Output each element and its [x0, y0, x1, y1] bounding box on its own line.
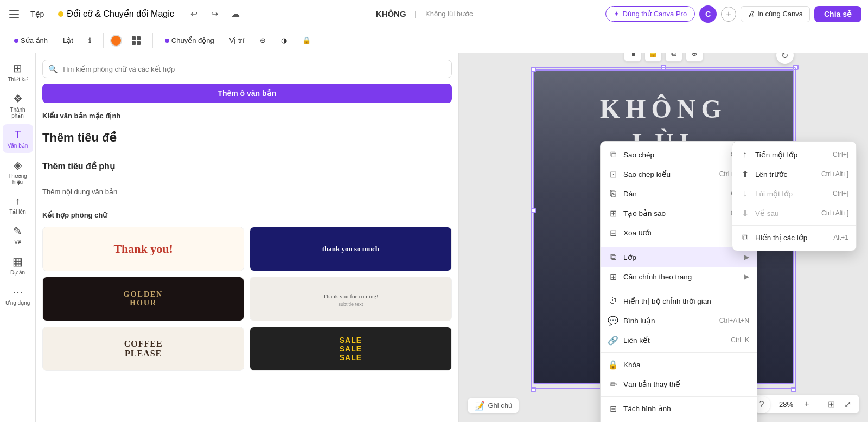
layer-icon: ⧉: [608, 252, 618, 262]
info-button[interactable]: ℹ: [83, 34, 97, 47]
ung-dung-label: Ứng dụng: [5, 300, 30, 306]
menu-alt-text-left: ✏ Văn bản thay thế: [608, 379, 680, 389]
sidebar-icons: ⊞ Thiết kế ❖ Thành phần T Văn bản ◈ Thươ…: [0, 53, 36, 422]
edit-label: Sửa ảnh: [21, 36, 48, 44]
add-collaborator-button[interactable]: +: [721, 7, 736, 22]
handle-mid-left[interactable]: [531, 208, 536, 213]
try-pro-button[interactable]: ✦ Dùng thử Canva Pro: [605, 6, 695, 22]
handle-bottom-right[interactable]: [791, 387, 796, 392]
menu-sep-4: [601, 396, 757, 397]
sub-back-one-left: ↓ Lùi một lớp: [740, 189, 793, 199]
sub-send-back-left: ⬇ Về sau: [740, 208, 779, 218]
font-combo-5[interactable]: COFFEE PLEASE: [42, 327, 244, 371]
handle-top-right[interactable]: [793, 65, 799, 70]
sidebar-item-du-an[interactable]: ▦ Dự án: [3, 251, 33, 280]
menu-alt-text[interactable]: ✏ Văn bản thay thế: [601, 374, 757, 394]
sub-show-layers[interactable]: ⧉ Hiển thị các lớp Alt+1: [732, 228, 856, 247]
sidebar-item-thanh-phan[interactable]: ❖ Thành phần: [3, 88, 33, 123]
sub-bring-front[interactable]: ⬆ Lên trước Ctrl+Alt+]: [732, 164, 856, 184]
menu-separate-image[interactable]: ⊟ Tách hình ảnh: [601, 399, 757, 418]
add-subheading-item[interactable]: Thêm tiêu đề phụ: [42, 156, 452, 177]
notes-button[interactable]: 📝 Ghi chú: [468, 398, 519, 413]
menu-link[interactable]: 🔗 Liên kết Ctrl+K: [601, 330, 757, 350]
font-combo-6[interactable]: SALE SALE SALE: [250, 327, 451, 371]
edit-image-button[interactable]: Sửa ảnh: [9, 34, 53, 47]
add-textbox-button[interactable]: Thêm ô văn bản: [42, 84, 452, 103]
toolbar-separator-2: [152, 33, 153, 48]
handle-top-left[interactable]: [531, 67, 536, 72]
resize-label: In cùng Canva: [757, 10, 803, 18]
sub-back-one: ↓ Lùi một lớp Ctrl+[: [732, 184, 856, 203]
menu-alt-text-label: Văn bản thay thế: [623, 380, 680, 388]
project-name[interactable]: Đổi cỡ & Chuyển đổi Magic: [53, 7, 179, 21]
ve-label: Vẽ: [14, 239, 21, 245]
show-layers-icon: ⧉: [740, 233, 750, 242]
sidebar-item-ung-dung[interactable]: ⋯ Ứng dụng: [3, 281, 33, 310]
sidebar-item-tai-len[interactable]: ↑ Tải lên: [3, 190, 33, 219]
sidebar-item-thuong-hieu[interactable]: ◈ Thương hiệu: [3, 154, 33, 189]
show-layers-shortcut: Alt+1: [833, 234, 848, 241]
menu-icon[interactable]: [7, 7, 22, 22]
animate-button[interactable]: Chuyển động: [159, 34, 220, 47]
add-body-item[interactable]: Thêm nội dung văn bản: [42, 182, 452, 201]
doc-title-full: Không lùi bước: [425, 10, 473, 18]
font-combo-3[interactable]: GOLDEN HOUR: [42, 277, 244, 321]
sidebar-item-van-ban[interactable]: T Văn bản: [3, 124, 33, 153]
sub-back-one-label: Lùi một lớp: [755, 189, 793, 198]
flip-button[interactable]: Lật: [58, 34, 79, 47]
menu-apply-page[interactable]: ⬛ Dùng màu cho trang: [601, 418, 757, 422]
font-combo-4[interactable]: Thank you for coming! subtitle text: [250, 277, 451, 321]
tai-len-icon: ↑: [15, 195, 21, 207]
redo-button[interactable]: ↪: [207, 6, 223, 22]
thuong-hieu-label: Thương hiệu: [5, 173, 31, 185]
fullscreen-button[interactable]: ⤢: [841, 398, 854, 411]
add-body-label: Thêm nội dung văn bản: [42, 188, 452, 196]
cloud-save-button[interactable]: ☁: [227, 6, 244, 22]
lock-canvas-button[interactable]: 🔒: [644, 53, 662, 62]
animate-label: Chuyển động: [171, 36, 214, 44]
alt-text-icon: ✏: [608, 379, 618, 389]
add-heading-item[interactable]: Thêm tiêu đề: [42, 125, 452, 150]
avatar-button[interactable]: C: [699, 5, 717, 23]
menu-align[interactable]: ⊞ Căn chỉnh theo trang ▶: [601, 267, 757, 286]
menu-delete-grid-left: ⊟ Xóa lưới: [608, 228, 652, 238]
menu-lock[interactable]: 🔒 Khóa: [601, 355, 757, 374]
duplicate-icon: ⊞: [608, 208, 618, 218]
zoom-in-button[interactable]: +: [800, 398, 813, 411]
menu-timer[interactable]: ⏱ Hiển thị bộ chỉnh thời gian: [601, 291, 757, 311]
sub-forward-one-label: Tiến một lớp: [755, 150, 797, 159]
more-options-button[interactable]: ⊕: [686, 53, 703, 62]
handle-bottom-left[interactable]: [531, 387, 536, 392]
panel-content: 🔍 Thêm ô văn bản Kiểu văn bản mặc định T…: [36, 53, 459, 422]
font-combos-grid: Thank you! thank you so much GOLDEN HOUR…: [42, 227, 452, 371]
position-button[interactable]: Vị trí: [224, 34, 250, 47]
opacity-icon-btn[interactable]: ◑: [276, 34, 292, 47]
font-combo-2[interactable]: thank you so much: [250, 227, 451, 271]
file-button[interactable]: Tệp: [26, 8, 48, 21]
back-one-icon: ↓: [740, 189, 750, 199]
sidebar-item-ve[interactable]: ✎ Vẽ: [3, 220, 33, 250]
target-icon-btn[interactable]: ⊕: [254, 34, 271, 47]
delete-button[interactable]: 🗑: [624, 53, 641, 62]
lock-icon-btn[interactable]: 🔒: [297, 34, 316, 47]
grid-button[interactable]: [126, 34, 146, 48]
menu-comment[interactable]: 💬 Bình luận Ctrl+Alt+N: [601, 311, 757, 330]
sub-forward-one[interactable]: ↑ Tiến một lớp Ctrl+]: [732, 145, 856, 164]
resize-button[interactable]: 🖨 In cùng Canva: [741, 6, 810, 22]
sidebar-item-thiet-ke[interactable]: ⊞ Thiết kế: [3, 57, 33, 87]
share-button[interactable]: Chia sẻ: [814, 6, 861, 22]
color-picker[interactable]: [110, 35, 122, 47]
undo-button[interactable]: ↩: [186, 6, 202, 22]
align-arrow: ▶: [744, 273, 749, 280]
font-combo-1[interactable]: Thank you!: [42, 227, 244, 271]
refresh-button[interactable]: ↻: [776, 53, 794, 64]
search-input[interactable]: [62, 65, 446, 73]
add-subheading-label: Thêm tiêu đề phụ: [42, 161, 452, 171]
sub-send-back-label: Về sau: [755, 209, 779, 218]
handle-top-mid[interactable]: [661, 65, 666, 70]
menu-layer[interactable]: ⧉ Lớp ▶: [601, 247, 757, 267]
grid-view-button[interactable]: ⊞: [825, 398, 838, 411]
copy-canvas-button[interactable]: ⧉: [665, 53, 682, 62]
menu-comment-left: 💬 Bình luận: [608, 316, 655, 325]
menu-duplicate-label: Tạo bản sao: [623, 209, 666, 218]
